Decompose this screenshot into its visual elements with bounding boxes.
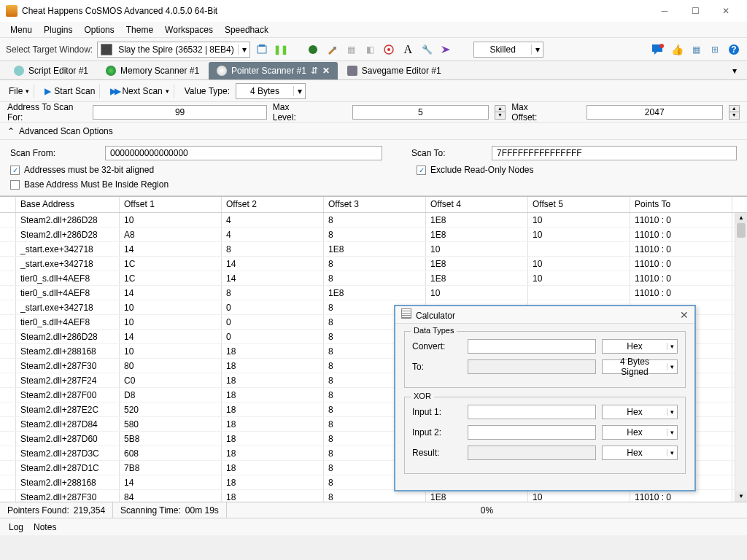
table-header: Base Address Offset 1 Offset 2 Offset 3 …	[0, 197, 747, 213]
refresh-icon[interactable]	[255, 42, 269, 57]
help-icon[interactable]: ?	[727, 42, 741, 57]
table-row[interactable]: Steam2.dll+286D2810481E81011010 : 0	[0, 213, 747, 228]
cb-exclude-readonly[interactable]: ✓ Exclude Read-Only Nodes	[417, 165, 533, 175]
calc-icon[interactable]: ⊞	[708, 42, 722, 57]
calculator-close-icon[interactable]: ✕	[680, 309, 689, 321]
grid-icon[interactable]: ▦	[689, 42, 703, 57]
font-icon[interactable]: A	[400, 42, 415, 57]
chevron-down-icon[interactable]: ▾	[238, 44, 249, 55]
max-level-spinner[interactable]: ▲▼	[495, 105, 506, 120]
scan-to-input[interactable]	[492, 146, 737, 160]
file-dropdown[interactable]: File▾	[4, 84, 34, 98]
skill-combo[interactable]: Skilled ▾	[473, 42, 543, 58]
xor-group: XOR Input 1: Hex▾ Input 2: Hex▾ Result: …	[404, 397, 686, 474]
close-tab-icon[interactable]: ✕	[322, 66, 330, 76]
chevron-down-icon[interactable]: ▾	[531, 44, 543, 55]
cube-icon[interactable]: ◧	[363, 42, 377, 57]
xor-result-type[interactable]: Hex▾	[602, 446, 678, 460]
xor-input2-type[interactable]: Hex▾	[602, 425, 678, 440]
address-bar: Address To Scan For: Max Level: ▲▼ Max O…	[0, 102, 747, 122]
minimize-button[interactable]: ─	[649, 1, 680, 21]
table-row[interactable]: tier0_s.dll+4AEF81481E81011010 : 0	[0, 286, 747, 300]
scroll-down-icon[interactable]: ▼	[735, 491, 747, 502]
thumb-icon[interactable]: 👍	[670, 42, 684, 57]
scanning-time-label: Scanning Time:	[120, 505, 181, 516]
close-button[interactable]: ✕	[711, 1, 741, 21]
title-bar: Cheat Happens CoSMOS Advanced 4.0.5.0 64…	[0, 0, 747, 22]
table-row[interactable]: _start.exe+3427181481E81011010 : 0	[0, 242, 747, 257]
xor-input2[interactable]	[468, 425, 596, 440]
play-icon: ▶	[44, 86, 51, 96]
menu-options[interactable]: Options	[78, 23, 120, 37]
advanced-options-header[interactable]: ⌃ Advanced Scan Options	[0, 122, 747, 140]
skill-value: Skilled	[474, 44, 531, 55]
to-label: To:	[412, 362, 462, 372]
target-window-input[interactable]	[115, 42, 238, 57]
scroll-up-icon[interactable]: ▲	[735, 213, 747, 223]
calculator-titlebar[interactable]: Calculator ✕	[395, 306, 694, 324]
brush-icon[interactable]	[325, 42, 339, 57]
col-offset-3[interactable]: Offset 3	[324, 197, 426, 212]
max-offset-input[interactable]	[587, 105, 723, 120]
tab-savegame-editor[interactable]: Savegame Editor #1	[339, 62, 449, 79]
menu-workspaces[interactable]: Workspaces	[159, 23, 219, 37]
vertical-scrollbar[interactable]: ▲ ▼	[735, 213, 747, 502]
xor-result	[468, 446, 596, 460]
convert-type-combo[interactable]: Hex▾	[602, 339, 678, 354]
svg-point-2	[309, 45, 317, 54]
stack-icon[interactable]: ▦	[344, 42, 358, 57]
xor-input1[interactable]	[468, 405, 596, 419]
status-notes[interactable]: Notes	[34, 522, 56, 532]
menu-theme[interactable]: Theme	[120, 23, 159, 37]
menu-plugins[interactable]: Plugins	[38, 23, 78, 37]
start-scan-button[interactable]: ▶ Start Scan	[40, 84, 100, 98]
tabs-overflow-icon[interactable]: ▾	[728, 66, 741, 76]
vs-icon[interactable]	[438, 42, 453, 57]
wrench-icon[interactable]: 🔧	[419, 42, 434, 57]
value-type-combo[interactable]: 4 Bytes ▾	[236, 83, 306, 99]
col-offset-2[interactable]: Offset 2	[222, 197, 324, 212]
calculator-dialog: Calculator ✕ Data Types Convert: Hex▾ To…	[394, 305, 696, 491]
max-offset-spinner[interactable]: ▲▼	[729, 105, 740, 120]
max-level-input[interactable]	[352, 105, 489, 120]
target-window-combo[interactable]: ▾	[97, 42, 250, 58]
col-offset-1[interactable]: Offset 1	[120, 197, 222, 212]
col-base-address[interactable]: Base Address	[16, 197, 120, 212]
chevron-down-icon[interactable]: ▾	[293, 86, 305, 96]
to-type-combo[interactable]: 4 Bytes Signed▾	[602, 359, 678, 374]
menu-menu[interactable]: Menu	[4, 23, 38, 37]
table-row[interactable]: tier0_s.dll+4AEF81C1481E81011010 : 0	[0, 271, 747, 286]
svg-point-7	[659, 44, 664, 48]
maximize-button[interactable]: ☐	[680, 1, 711, 21]
target-icon[interactable]	[382, 42, 396, 57]
record-icon[interactable]	[306, 42, 320, 57]
cb-32bit-aligned[interactable]: ✓ Addresses must be 32-bit aligned	[10, 165, 154, 175]
fast-forward-icon: ▶▶	[110, 86, 119, 96]
table-row[interactable]: Steam2.dll+286D28A8481E81011010 : 0	[0, 228, 747, 242]
scroll-thumb[interactable]	[737, 223, 746, 238]
scanning-time-value: 00m 19s	[185, 505, 219, 516]
chat-icon[interactable]	[651, 42, 665, 57]
next-scan-button[interactable]: ▶▶ Next Scan▾	[106, 84, 174, 98]
table-row[interactable]: Steam2.dll+287F30841881E81011010 : 0	[0, 490, 747, 502]
pointers-found-label: Pointers Found:	[7, 505, 69, 516]
scan-from-input[interactable]	[105, 146, 382, 160]
convert-input[interactable]	[468, 339, 596, 354]
xor-input1-type[interactable]: Hex▾	[602, 405, 678, 419]
tab-pointer-scanner[interactable]: Pointer Scanner #1 ⇵ ✕	[209, 62, 338, 79]
pin-icon[interactable]: ⇵	[311, 66, 318, 76]
status-log[interactable]: Log	[9, 522, 23, 532]
scan-to-label: Scan To:	[411, 148, 484, 158]
tab-memory-scanner[interactable]: Memory Scanner #1	[98, 62, 207, 79]
script-icon	[14, 66, 24, 76]
col-offset-5[interactable]: Offset 5	[528, 197, 630, 212]
cb-base-inside-region[interactable]: Base Address Must Be Inside Region	[10, 179, 169, 190]
menu-speedhack[interactable]: Speedhack	[219, 23, 274, 37]
pointer-icon	[217, 66, 227, 76]
address-scan-input[interactable]	[93, 105, 266, 120]
tab-script-editor[interactable]: Script Editor #1	[6, 62, 96, 79]
pause-icon[interactable]: ❚❚	[274, 42, 288, 57]
col-points-to[interactable]: Points To	[630, 197, 732, 212]
col-offset-4[interactable]: Offset 4	[426, 197, 528, 212]
table-row[interactable]: _start.exe+3427181C1481E81011010 : 0	[0, 257, 747, 271]
